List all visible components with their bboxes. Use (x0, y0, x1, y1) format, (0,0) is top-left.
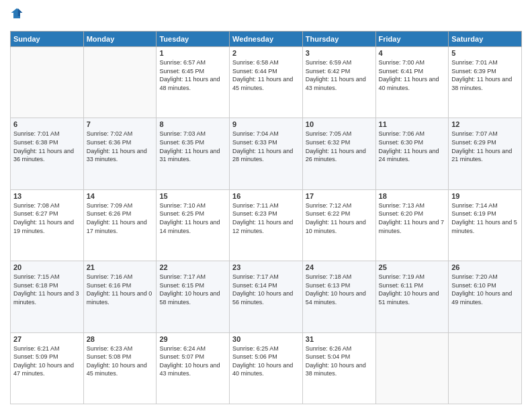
sunrise-label: Sunrise: 6:57 AM (159, 59, 206, 66)
calendar-cell: 19 Sunrise: 7:14 AM Sunset: 6:19 PM Dayl… (449, 189, 522, 261)
day-number: 5 (451, 49, 519, 57)
sunset-label: Sunset: 5:09 PM (13, 353, 58, 360)
day-info: Sunrise: 7:18 AM Sunset: 6:13 PM Dayligh… (306, 273, 373, 306)
sunrise-label: Sunrise: 6:23 AM (87, 345, 133, 352)
day-info: Sunrise: 7:01 AM Sunset: 6:38 PM Dayligh… (13, 130, 81, 163)
day-info: Sunrise: 7:19 AM Sunset: 6:11 PM Dayligh… (379, 273, 446, 306)
day-info: Sunrise: 7:13 AM Sunset: 6:20 PM Dayligh… (379, 201, 446, 235)
sunset-label: Sunset: 6:44 PM (232, 68, 277, 75)
sunset-label: Sunset: 5:07 PM (159, 353, 204, 360)
sunset-label: Sunset: 6:45 PM (159, 68, 204, 75)
daylight-label: Daylight: 11 hours and 38 minutes. (451, 76, 512, 91)
calendar-cell (375, 332, 449, 404)
sunset-label: Sunset: 6:20 PM (379, 210, 424, 217)
daylight-label: Daylight: 11 hours and 3 minutes. (13, 290, 79, 306)
sunset-label: Sunset: 6:13 PM (306, 282, 351, 289)
sunset-label: Sunset: 6:33 PM (232, 139, 277, 146)
day-number: 11 (379, 120, 446, 128)
daylight-label: Daylight: 11 hours and 26 minutes. (306, 148, 366, 163)
daylight-label: Daylight: 10 hours and 45 minutes. (87, 362, 147, 377)
day-number: 4 (379, 49, 446, 57)
calendar-cell: 8 Sunrise: 7:03 AM Sunset: 6:35 PM Dayli… (157, 118, 230, 189)
sunrise-label: Sunrise: 7:01 AM (451, 59, 498, 66)
sunset-label: Sunset: 6:16 PM (87, 282, 132, 289)
day-info: Sunrise: 6:57 AM Sunset: 6:45 PM Dayligh… (159, 58, 226, 92)
day-info: Sunrise: 7:01 AM Sunset: 6:39 PM Dayligh… (451, 58, 519, 92)
daylight-label: Daylight: 11 hours and 10 minutes. (306, 219, 366, 234)
calendar-cell: 31 Sunrise: 6:26 AM Sunset: 5:04 PM Dayl… (302, 332, 375, 404)
day-number: 9 (232, 120, 300, 128)
sunset-label: Sunset: 6:10 PM (451, 282, 496, 289)
sunset-label: Sunset: 6:42 PM (306, 68, 351, 75)
day-info: Sunrise: 7:05 AM Sunset: 6:32 PM Dayligh… (306, 130, 373, 163)
day-info: Sunrise: 7:10 AM Sunset: 6:25 PM Dayligh… (159, 201, 226, 235)
sunset-label: Sunset: 6:22 PM (306, 210, 351, 217)
calendar-cell: 29 Sunrise: 6:24 AM Sunset: 5:07 PM Dayl… (157, 332, 230, 404)
day-number: 25 (379, 263, 446, 271)
day-info: Sunrise: 6:25 AM Sunset: 5:06 PM Dayligh… (232, 345, 300, 378)
sunrise-label: Sunrise: 6:59 AM (306, 59, 352, 66)
calendar-cell: 17 Sunrise: 7:12 AM Sunset: 6:22 PM Dayl… (302, 189, 375, 261)
sunrise-label: Sunrise: 7:17 AM (159, 273, 206, 280)
sunrise-label: Sunrise: 7:10 AM (159, 202, 206, 209)
sunset-label: Sunset: 6:11 PM (379, 282, 424, 289)
sunrise-label: Sunrise: 7:13 AM (379, 202, 425, 209)
day-number: 1 (159, 49, 226, 57)
sunset-label: Sunset: 6:25 PM (159, 210, 204, 217)
day-number: 13 (13, 192, 81, 200)
day-number: 16 (232, 192, 300, 200)
day-number: 26 (451, 263, 519, 271)
sunrise-label: Sunrise: 7:18 AM (306, 273, 352, 280)
sunset-label: Sunset: 6:32 PM (306, 139, 351, 146)
day-info: Sunrise: 7:02 AM Sunset: 6:36 PM Dayligh… (87, 130, 154, 163)
sunset-label: Sunset: 6:29 PM (451, 139, 496, 146)
sunrise-label: Sunrise: 7:01 AM (13, 130, 60, 137)
sunrise-label: Sunrise: 7:19 AM (379, 273, 425, 280)
calendar-cell: 24 Sunrise: 7:18 AM Sunset: 6:13 PM Dayl… (302, 261, 375, 332)
calendar-cell: 14 Sunrise: 7:09 AM Sunset: 6:26 PM Dayl… (83, 189, 157, 261)
day-number: 27 (13, 335, 81, 343)
daylight-label: Daylight: 11 hours and 5 minutes. (451, 219, 517, 234)
sunrise-label: Sunrise: 7:17 AM (232, 273, 279, 280)
sunset-label: Sunset: 6:39 PM (451, 68, 496, 75)
day-info: Sunrise: 7:15 AM Sunset: 6:18 PM Dayligh… (13, 273, 81, 306)
day-info: Sunrise: 6:58 AM Sunset: 6:44 PM Dayligh… (232, 58, 300, 92)
day-number: 14 (87, 192, 154, 200)
day-number: 24 (306, 263, 373, 271)
day-info: Sunrise: 7:04 AM Sunset: 6:33 PM Dayligh… (232, 130, 300, 163)
calendar-day-header: Thursday (302, 32, 375, 47)
calendar-cell (11, 47, 84, 118)
day-info: Sunrise: 6:26 AM Sunset: 5:04 PM Dayligh… (306, 345, 373, 378)
daylight-label: Daylight: 10 hours and 51 minutes. (379, 290, 439, 306)
daylight-label: Daylight: 11 hours and 19 minutes. (13, 219, 74, 234)
day-number: 28 (87, 335, 154, 343)
calendar-cell: 3 Sunrise: 6:59 AM Sunset: 6:42 PM Dayli… (302, 47, 375, 118)
sunrise-label: Sunrise: 7:14 AM (451, 202, 498, 209)
daylight-label: Daylight: 10 hours and 47 minutes. (13, 362, 74, 377)
sunrise-label: Sunrise: 7:07 AM (451, 130, 498, 137)
day-info: Sunrise: 7:17 AM Sunset: 6:15 PM Dayligh… (159, 273, 226, 306)
calendar-week-row: 6 Sunrise: 7:01 AM Sunset: 6:38 PM Dayli… (11, 118, 522, 189)
svg-marker-1 (18, 8, 23, 16)
day-number: 20 (13, 263, 81, 271)
calendar-day-header: Wednesday (230, 32, 303, 47)
day-info: Sunrise: 7:14 AM Sunset: 6:19 PM Dayligh… (451, 201, 519, 235)
daylight-label: Daylight: 11 hours and 14 minutes. (159, 219, 220, 234)
day-info: Sunrise: 7:00 AM Sunset: 6:41 PM Dayligh… (379, 58, 446, 92)
calendar-cell: 25 Sunrise: 7:19 AM Sunset: 6:11 PM Dayl… (375, 261, 449, 332)
daylight-label: Daylight: 11 hours and 48 minutes. (159, 76, 220, 91)
day-info: Sunrise: 6:21 AM Sunset: 5:09 PM Dayligh… (13, 345, 81, 378)
calendar-cell: 9 Sunrise: 7:04 AM Sunset: 6:33 PM Dayli… (230, 118, 303, 189)
sunrise-label: Sunrise: 7:03 AM (159, 130, 206, 137)
daylight-label: Daylight: 11 hours and 21 minutes. (451, 148, 512, 163)
calendar-cell: 7 Sunrise: 7:02 AM Sunset: 6:36 PM Dayli… (83, 118, 157, 189)
day-number: 7 (87, 120, 154, 128)
day-number: 29 (159, 335, 226, 343)
sunrise-label: Sunrise: 7:00 AM (379, 59, 425, 66)
calendar-cell: 28 Sunrise: 6:23 AM Sunset: 5:08 PM Dayl… (83, 332, 157, 404)
day-info: Sunrise: 7:07 AM Sunset: 6:29 PM Dayligh… (451, 130, 519, 163)
daylight-label: Daylight: 11 hours and 45 minutes. (232, 76, 293, 91)
calendar-cell: 30 Sunrise: 6:25 AM Sunset: 5:06 PM Dayl… (230, 332, 303, 404)
day-info: Sunrise: 7:08 AM Sunset: 6:27 PM Dayligh… (13, 201, 81, 235)
calendar-cell: 22 Sunrise: 7:17 AM Sunset: 6:15 PM Dayl… (157, 261, 230, 332)
